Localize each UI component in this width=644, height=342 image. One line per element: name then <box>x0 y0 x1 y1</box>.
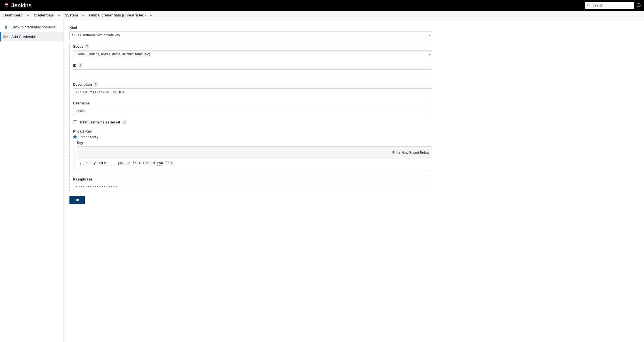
topbar-right <box>585 2 641 9</box>
svg-line-5 <box>589 6 590 7</box>
svg-rect-10 <box>7 36 8 37</box>
sidebar-item-label: Add Credentials <box>11 35 38 39</box>
id-input[interactable] <box>73 69 432 77</box>
chevron-right-icon: ▶ <box>150 14 152 17</box>
help-icon[interactable]: ? <box>85 44 89 49</box>
sidebar-item-label: Back to credential domains <box>11 25 56 29</box>
search-icon <box>587 3 590 8</box>
help-icon[interactable]: ? <box>78 63 82 68</box>
svg-point-3 <box>7 4 7 5</box>
key-label: Key <box>77 141 432 145</box>
passphrase-input[interactable] <box>73 183 432 191</box>
sidebar-item-back[interactable]: Back to credential domains <box>0 22 63 32</box>
enter-directly-radio[interactable] <box>73 135 77 139</box>
help-icon[interactable]: ? <box>94 82 98 87</box>
description-input[interactable] <box>73 88 432 96</box>
svg-point-4 <box>587 4 590 6</box>
search-box <box>585 2 634 9</box>
breadcrumb-global[interactable]: Global credentials (unrestricted) <box>89 13 146 17</box>
main-form: Kind SSH Username with private key ▾ Sco… <box>64 20 441 342</box>
brand-title: Jenkins <box>11 2 31 9</box>
treat-secret-label[interactable]: Treat username as secret <box>79 120 120 124</box>
passphrase-label: Passphrase <box>73 177 432 181</box>
enter-directly-label[interactable]: Enter directly <box>79 135 98 139</box>
help-icon[interactable]: ? <box>122 120 127 124</box>
chevron-right-icon: ▶ <box>82 14 84 17</box>
private-key-label: Private Key <box>73 129 432 133</box>
breadcrumb-credentials[interactable]: Credentials <box>34 13 54 17</box>
brand[interactable]: Jenkins <box>3 2 31 9</box>
key-textarea[interactable]: your key here..... pasted from the id rs… <box>77 159 432 172</box>
svg-point-7 <box>639 6 639 6</box>
sidebar: Back to credential domains Add Credentia… <box>0 20 64 342</box>
username-input[interactable] <box>73 107 432 115</box>
svg-rect-1 <box>5 5 8 7</box>
help-icon[interactable] <box>637 3 641 8</box>
jenkins-logo-icon <box>3 2 10 9</box>
secret-header: Enter New Secret Below <box>77 147 432 159</box>
kind-select[interactable]: SSH Username with private key <box>69 31 432 39</box>
sidebar-item-add-credentials[interactable]: Add Credentials <box>0 32 63 41</box>
kind-label: Kind <box>69 26 432 30</box>
id-label: ID <box>73 64 77 68</box>
chevron-right-icon: ▶ <box>58 14 60 17</box>
search-input[interactable] <box>585 2 634 9</box>
secret-box: Enter New Secret Below your key here....… <box>77 146 432 172</box>
chevron-right-icon: ▶ <box>27 14 29 17</box>
scope-label: Scope <box>73 45 83 49</box>
up-arrow-icon <box>3 24 9 30</box>
topbar: Jenkins <box>0 0 644 11</box>
scope-select[interactable]: Global (Jenkins, nodes, items, all child… <box>73 50 432 58</box>
key-icon <box>3 34 9 39</box>
ok-button[interactable]: OK <box>69 196 85 204</box>
description-label: Description <box>73 83 92 87</box>
svg-point-8 <box>4 36 6 38</box>
breadcrumb-bar: Dashboard ▶ Credentials ▶ System ▶ Globa… <box>0 11 644 20</box>
treat-secret-checkbox[interactable] <box>73 120 77 124</box>
breadcrumb-dashboard[interactable]: Dashboard <box>3 13 23 17</box>
svg-point-2 <box>6 4 6 5</box>
username-label: Username <box>73 101 432 105</box>
breadcrumb-system[interactable]: System <box>65 13 78 17</box>
